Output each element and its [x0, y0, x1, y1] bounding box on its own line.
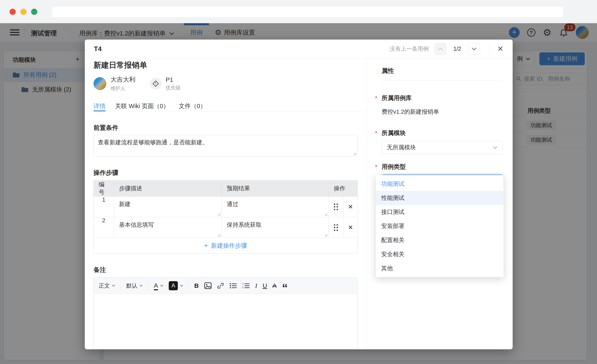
paragraph-style-label: 正文 [99, 282, 110, 289]
toolbar-divider [121, 282, 121, 290]
close-icon[interactable]: ✕ [497, 45, 503, 53]
add-step-label: 新建操作步骤 [211, 242, 247, 250]
priority-label: 优先级 [166, 84, 181, 91]
tab-wiki-pages[interactable]: 关联 Wiki 页面（0） [115, 102, 169, 111]
resize-handle-icon[interactable] [217, 213, 220, 216]
step-expected-cell[interactable]: 通过 [222, 197, 329, 217]
required-asterisk: * [375, 95, 377, 102]
divider [382, 81, 502, 81]
plus-icon: + [204, 242, 208, 250]
priority-icon: ! [150, 78, 161, 90]
precondition-text: 查看新建流程是够能够跑通，是否能新建。 [98, 139, 208, 145]
library-field-label: * 所属用例库 [382, 94, 503, 102]
steps-header-row: 编号 步骤描述 预期结果 操作 [94, 181, 358, 197]
maintainer-role: 维护人 [110, 85, 135, 92]
drag-handle-icon[interactable] [329, 224, 343, 231]
minimize-window-button[interactable] [20, 9, 27, 15]
previous-case-button[interactable] [434, 43, 446, 55]
step-number: 1 [94, 197, 114, 217]
case-id: T4 [94, 45, 102, 53]
case-meta-row: 大吉大利 维护人 ! P1 优先级 [94, 75, 358, 92]
text-color-button[interactable]: A [154, 282, 163, 289]
address-bar[interactable] [52, 7, 563, 17]
chevron-down-icon [471, 47, 477, 51]
add-step-button[interactable]: + 新建操作步骤 [94, 238, 358, 254]
steps-table: 编号 步骤描述 预期结果 操作 1 新建 通过 [94, 180, 358, 238]
notes-content-area[interactable] [94, 294, 357, 349]
required-asterisk: * [375, 164, 377, 170]
link-icon [217, 282, 224, 289]
next-case-button[interactable] [468, 43, 480, 55]
bold-button[interactable]: B [194, 282, 199, 289]
svg-text:1: 1 [242, 282, 244, 285]
blockquote-button[interactable]: “ [282, 281, 288, 290]
notes-editor: 正文 默认 A A [94, 277, 358, 349]
resize-handle-icon[interactable] [353, 152, 356, 155]
tab-files[interactable]: 文件（0） [179, 102, 206, 111]
step-number: 2 [94, 217, 114, 238]
step-description-cell[interactable]: 基本信息填写 [114, 217, 222, 238]
step-expected-cell[interactable]: 保持系统获取 [222, 217, 329, 238]
dropdown-option-security[interactable]: 安全相关 [376, 247, 503, 261]
insert-image-button[interactable] [204, 282, 212, 289]
numbered-list-button[interactable]: 12 [242, 282, 250, 289]
attributes-title: 属性 [382, 67, 503, 75]
chevron-up-icon [438, 47, 443, 51]
highlight-color-button[interactable]: A [169, 281, 183, 290]
case-title: 新建日常报销单 [94, 60, 358, 70]
precondition-textarea[interactable]: 查看新建流程是够能够跑通，是否能新建。 [94, 135, 358, 157]
delete-step-icon[interactable]: ✕ [343, 197, 358, 217]
step-row: 2 基本信息填写 保持系统获取 ✕ [94, 217, 358, 238]
font-size-dropdown[interactable]: 默认 [126, 282, 143, 289]
dropdown-option-config[interactable]: 配置相关 [376, 233, 503, 247]
chevron-down-icon [493, 146, 498, 149]
step-row: 1 新建 通过 ✕ [94, 197, 358, 217]
dropdown-option-install[interactable]: 安装部署 [376, 219, 503, 233]
modal-header-controls: 没有上一条用例 1/2 ✕ [390, 43, 503, 55]
toolbar-divider [148, 282, 149, 290]
case-pager: 1/2 [453, 46, 461, 52]
font-size-label: 默认 [126, 282, 137, 289]
priority-value: P1 [166, 76, 181, 83]
strikethrough-button[interactable]: A [272, 282, 276, 289]
library-field-value: 费控v1.2的新建报销单 [382, 108, 503, 116]
highlight-color-icon: A [169, 281, 178, 290]
step-expected-text: 保持系统获取 [222, 217, 329, 233]
drag-handle-icon[interactable] [329, 204, 343, 210]
case-type-field-label: * 用例类型 [382, 163, 503, 171]
dropdown-option-api[interactable]: 接口测试 [376, 205, 503, 219]
step-description-text: 基本信息填写 [114, 217, 222, 233]
field-library: * 所属用例库 费控v1.2的新建报销单 [382, 94, 503, 116]
dropdown-option-functional[interactable]: 功能测试 [376, 177, 503, 191]
traffic-lights [9, 9, 37, 15]
italic-button[interactable]: I [255, 282, 257, 289]
delete-step-icon[interactable]: ✕ [343, 217, 358, 238]
window-chrome [0, 0, 597, 23]
col-number: 编号 [94, 181, 114, 197]
tab-details[interactable]: 详情 [94, 102, 105, 111]
dropdown-option-other[interactable]: 其他 [376, 261, 503, 275]
image-icon [204, 282, 212, 289]
bullet-list-icon [229, 282, 237, 289]
step-description-cell[interactable]: 新建 [114, 197, 222, 217]
step-expected-text: 通过 [222, 197, 329, 212]
bullet-list-button[interactable] [229, 282, 237, 289]
resize-handle-icon[interactable] [217, 233, 220, 237]
svg-text:2: 2 [242, 286, 244, 289]
step-description-text: 新建 [114, 197, 222, 212]
dropdown-option-performance[interactable]: 性能测试 [376, 191, 503, 205]
zoom-window-button[interactable] [31, 9, 37, 15]
insert-link-button[interactable] [217, 282, 224, 289]
paragraph-style-dropdown[interactable]: 正文 [99, 282, 115, 289]
resize-handle-icon[interactable] [324, 233, 328, 237]
chevron-down-icon [160, 284, 163, 287]
chevron-down-icon [140, 284, 143, 287]
case-detail-body: 新建日常报销单 大吉大利 维护人 ! P1 优先级 详情 关联 Wiki 页面（… [85, 58, 366, 349]
underline-button[interactable]: U [263, 282, 267, 289]
col-expected: 预期结果 [222, 181, 329, 197]
close-window-button[interactable] [9, 9, 16, 15]
no-previous-hint: 没有上一条用例 [390, 45, 429, 53]
resize-handle-icon[interactable] [324, 213, 328, 216]
col-actions: 操作 [329, 181, 358, 197]
module-select[interactable]: 无所属模块 [382, 141, 503, 154]
